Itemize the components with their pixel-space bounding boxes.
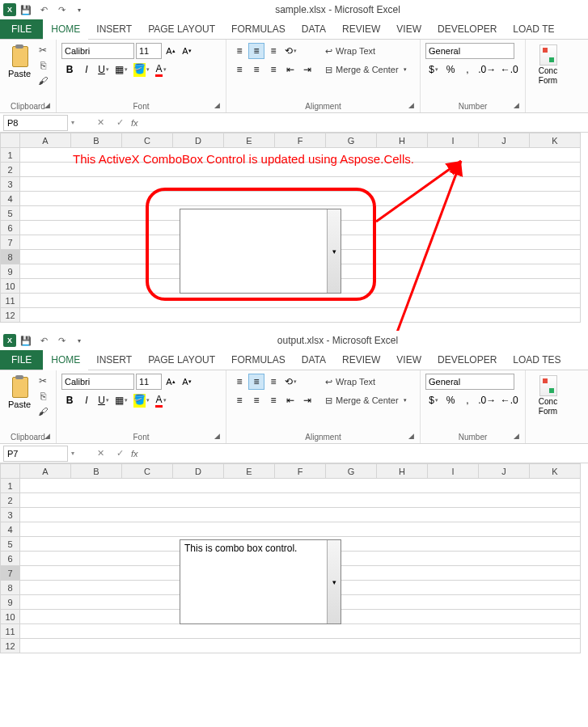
decrease-font-icon[interactable]: A▾	[180, 43, 194, 59]
align-left-icon[interactable]: ≡	[231, 61, 247, 78]
col-header[interactable]: B	[71, 464, 122, 479]
decrease-decimal-icon[interactable]: ←.0	[499, 392, 521, 408]
combobox-dropdown-icon[interactable]: ▾	[327, 209, 341, 293]
align-right-icon[interactable]: ≡	[265, 61, 281, 78]
col-header[interactable]: J	[479, 133, 530, 148]
row-header[interactable]: 12	[1, 639, 20, 653]
row-header[interactable]: 7	[1, 235, 20, 250]
decrease-indent-icon[interactable]: ⇤	[282, 61, 298, 78]
col-header[interactable]: H	[377, 133, 428, 148]
col-header[interactable]: E	[224, 133, 275, 148]
col-header[interactable]: D	[173, 133, 224, 148]
comma-button[interactable]: ,	[459, 392, 476, 408]
row-header[interactable]: 11	[1, 624, 20, 639]
decrease-font-icon[interactable]: A▾	[180, 374, 194, 390]
activex-combobox[interactable]: ▾	[180, 209, 341, 294]
align-bottom-icon[interactable]: ≡	[265, 43, 281, 59]
cut-icon[interactable]: ✂	[36, 43, 50, 57]
col-header[interactable]: K	[530, 133, 581, 148]
name-box[interactable]	[3, 446, 68, 462]
copy-icon[interactable]: ⎘	[36, 389, 50, 404]
underline-button[interactable]: U	[95, 392, 112, 408]
number-launcher-icon[interactable]: ◢	[514, 101, 523, 111]
activex-combobox[interactable]: This is combo box control. ▾	[180, 539, 341, 624]
worksheet-grid[interactable]: A B C D E F G H I J K 1 2 3 4 5 6 7 8 9 …	[0, 133, 588, 331]
copy-icon[interactable]: ⎘	[36, 58, 50, 73]
undo-icon[interactable]: ↶	[36, 332, 52, 349]
tab-view[interactable]: VIEW	[388, 350, 429, 370]
tab-data[interactable]: DATA	[294, 350, 334, 370]
select-all-corner[interactable]	[1, 133, 20, 148]
font-color-button[interactable]: A	[153, 392, 169, 408]
align-right-icon[interactable]: ≡	[265, 392, 281, 408]
col-header[interactable]: I	[428, 133, 479, 148]
bold-button[interactable]: B	[61, 392, 78, 408]
tab-formulas[interactable]: FORMULAS	[223, 19, 294, 39]
italic-button[interactable]: I	[78, 61, 95, 78]
tab-view[interactable]: VIEW	[388, 19, 429, 39]
increase-indent-icon[interactable]: ⇥	[299, 61, 315, 78]
col-header[interactable]: G	[326, 133, 377, 148]
col-header[interactable]: K	[530, 464, 581, 479]
merge-center-button[interactable]: ⊟Merge & Center▾	[322, 392, 410, 408]
col-header[interactable]: C	[122, 464, 173, 479]
tab-insert[interactable]: INSERT	[88, 350, 140, 370]
underline-button[interactable]: U	[95, 61, 112, 78]
align-bottom-icon[interactable]: ≡	[265, 374, 281, 390]
comma-button[interactable]: ,	[459, 61, 476, 78]
col-header[interactable]: E	[224, 464, 275, 479]
border-button[interactable]: ▦	[112, 61, 130, 78]
row-header[interactable]: 4	[1, 522, 20, 537]
increase-decimal-icon[interactable]: .0→	[476, 392, 498, 408]
row-header[interactable]: 5	[1, 537, 20, 552]
row-header[interactable]: 10	[1, 610, 20, 624]
align-center-icon[interactable]: ≡	[248, 392, 264, 408]
enter-formula-icon[interactable]: ✓	[112, 116, 127, 130]
name-box[interactable]	[3, 115, 68, 131]
col-header[interactable]: H	[377, 464, 428, 479]
tab-review[interactable]: REVIEW	[334, 350, 388, 370]
row-header[interactable]: 1	[1, 479, 20, 493]
cancel-formula-icon[interactable]: ✕	[93, 446, 108, 461]
row-header[interactable]: 11	[1, 294, 20, 308]
alignment-launcher-icon[interactable]: ◢	[408, 101, 418, 111]
row-header[interactable]: 10	[1, 279, 20, 294]
row-header[interactable]: 5	[1, 206, 20, 221]
save-icon[interactable]: 💾	[18, 332, 34, 349]
fill-color-button[interactable]: 🪣	[131, 392, 152, 408]
number-launcher-icon[interactable]: ◢	[514, 432, 523, 442]
align-middle-icon[interactable]: ≡	[248, 43, 264, 59]
number-format-select[interactable]	[425, 374, 514, 390]
tab-data[interactable]: DATA	[294, 19, 334, 39]
increase-font-icon[interactable]: A▴	[163, 374, 178, 390]
row-header[interactable]: 9	[1, 595, 20, 610]
row-header[interactable]: 2	[1, 163, 20, 177]
tab-formulas[interactable]: FORMULAS	[223, 350, 294, 370]
align-top-icon[interactable]: ≡	[231, 43, 247, 59]
col-header[interactable]: A	[20, 133, 71, 148]
col-header[interactable]: B	[71, 133, 122, 148]
qat-customize-icon[interactable]: ▾	[71, 2, 87, 18]
col-header[interactable]: C	[122, 133, 173, 148]
cancel-formula-icon[interactable]: ✕	[93, 116, 108, 130]
cut-icon[interactable]: ✂	[36, 374, 50, 388]
conditional-formatting-button[interactable]: Conc Form	[531, 374, 565, 417]
decrease-decimal-icon[interactable]: ←.0	[499, 61, 521, 78]
fx-icon[interactable]: fx	[131, 449, 138, 459]
paste-button[interactable]: Paste	[5, 43, 34, 80]
tab-developer[interactable]: DEVELOPER	[429, 350, 505, 370]
format-painter-icon[interactable]: 🖌	[36, 74, 50, 88]
qat-customize-icon[interactable]: ▾	[71, 332, 87, 349]
tab-home[interactable]: HOME	[43, 19, 88, 39]
font-size-select[interactable]	[136, 43, 162, 59]
tab-developer[interactable]: DEVELOPER	[429, 19, 505, 39]
font-name-select[interactable]	[61, 43, 134, 59]
align-middle-icon[interactable]: ≡	[248, 374, 264, 390]
row-header[interactable]: 1	[1, 148, 20, 163]
row-header[interactable]: 3	[1, 177, 20, 192]
col-header[interactable]: G	[326, 464, 377, 479]
font-size-select[interactable]	[136, 374, 162, 390]
tab-page-layout[interactable]: PAGE LAYOUT	[140, 19, 223, 39]
select-all-corner[interactable]	[1, 464, 20, 479]
tab-loadtest[interactable]: LOAD TE	[505, 19, 562, 39]
